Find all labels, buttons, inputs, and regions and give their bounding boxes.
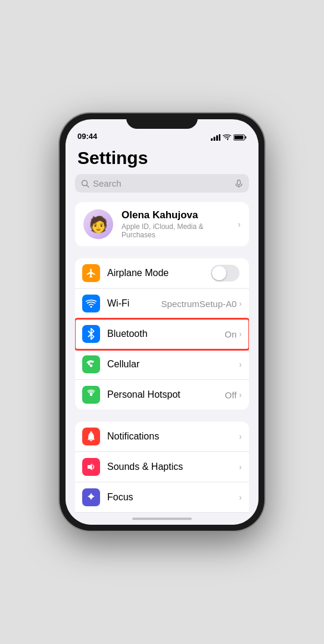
cellular-row[interactable]: Cellular › <box>75 349 249 380</box>
sounds-icon <box>82 458 100 476</box>
svg-rect-0 <box>211 138 213 141</box>
focus-svg <box>86 492 96 503</box>
focus-chevron: › <box>239 493 242 502</box>
svg-line-8 <box>87 185 89 187</box>
sounds-row[interactable]: Sounds & Haptics › <box>75 452 249 482</box>
settings-screen: Settings Search 🧑 Olena Kahujova <box>66 143 258 513</box>
home-indicator <box>66 513 258 525</box>
phone-screen: 09:44 <box>66 119 258 525</box>
airplane-svg <box>86 268 96 278</box>
wifi-row[interactable]: Wi-Fi SpectrumSetup-A0 › <box>75 289 249 319</box>
notifications-row[interactable]: Notifications › <box>75 422 249 452</box>
wifi-label: Wi-Fi <box>107 298 161 309</box>
svg-rect-2 <box>216 135 218 141</box>
airplane-mode-label: Airplane Mode <box>107 268 211 278</box>
focus-label: Focus <box>107 492 239 503</box>
notifications-label: Notifications <box>107 431 239 442</box>
airplane-mode-toggle[interactable] <box>211 265 239 281</box>
sounds-label: Sounds & Haptics <box>107 462 239 472</box>
airplane-mode-row[interactable]: Airplane Mode <box>75 258 249 289</box>
notifications-icon <box>82 428 100 445</box>
wifi-svg <box>86 299 96 308</box>
hotspot-icon <box>82 386 100 404</box>
svg-marker-15 <box>88 463 92 470</box>
svg-point-13 <box>90 394 93 397</box>
bluetooth-label: Bluetooth <box>107 329 225 339</box>
bluetooth-value: On <box>225 329 236 339</box>
status-time: 09:44 <box>77 132 97 141</box>
notifications-group: Notifications › Sounds & Haptics › <box>75 422 249 513</box>
status-icons <box>211 134 247 141</box>
wifi-icon <box>82 295 100 312</box>
svg-rect-9 <box>238 180 241 185</box>
wifi-status-icon <box>223 134 231 141</box>
apple-id-info: Olena Kahujova Apple ID, iCloud, Media &… <box>122 209 238 239</box>
bluetooth-svg <box>87 328 95 340</box>
airplane-mode-icon <box>82 264 100 282</box>
mic-icon <box>235 179 243 188</box>
svg-rect-3 <box>219 134 221 141</box>
hotspot-chevron: › <box>239 390 242 400</box>
search-placeholder: Search <box>93 178 231 188</box>
search-bar[interactable]: Search <box>75 174 249 193</box>
cellular-chevron: › <box>239 360 242 369</box>
apple-id-row[interactable]: 🧑 Olena Kahujova Apple ID, iCloud, Media… <box>75 202 249 246</box>
home-bar <box>132 518 192 520</box>
svg-point-12 <box>90 364 93 367</box>
hotspot-svg <box>86 389 96 400</box>
svg-rect-1 <box>214 137 216 141</box>
focus-icon <box>82 488 100 506</box>
hotspot-label: Personal Hotspot <box>107 389 225 400</box>
notifications-chevron: › <box>239 432 242 441</box>
sounds-chevron: › <box>239 462 242 472</box>
focus-row[interactable]: Focus › <box>75 482 249 513</box>
cellular-icon <box>82 355 100 373</box>
apple-id-chevron: › <box>238 219 241 229</box>
personal-hotspot-row[interactable]: Personal Hotspot Off › <box>75 380 249 410</box>
avatar: 🧑 <box>83 209 113 239</box>
sounds-svg <box>86 462 96 472</box>
signal-icon <box>211 134 220 141</box>
connectivity-group: Airplane Mode Wi-Fi <box>75 258 249 410</box>
bluetooth-icon <box>82 325 100 343</box>
apple-id-subtitle: Apple ID, iCloud, Media & Purchases <box>122 222 238 239</box>
bluetooth-chevron: › <box>239 329 242 339</box>
phone-notch <box>126 113 198 129</box>
cellular-svg <box>86 359 96 370</box>
apple-id-name: Olena Kahujova <box>122 209 238 221</box>
hotspot-value: Off <box>225 390 237 400</box>
cellular-label: Cellular <box>107 359 239 370</box>
svg-rect-6 <box>235 136 244 140</box>
svg-rect-5 <box>245 137 247 139</box>
svg-point-14 <box>91 431 92 432</box>
phone-frame: 09:44 <box>60 113 264 531</box>
page-title: Settings <box>66 143 258 174</box>
wifi-chevron: › <box>239 299 242 308</box>
wifi-value: SpectrumSetup-A0 <box>161 299 237 309</box>
notifications-svg <box>86 431 96 442</box>
bluetooth-row[interactable]: Bluetooth On › <box>75 319 249 349</box>
svg-point-11 <box>91 306 92 308</box>
battery-status-icon <box>233 134 247 141</box>
toggle-knob <box>212 266 226 280</box>
search-icon <box>81 179 89 188</box>
